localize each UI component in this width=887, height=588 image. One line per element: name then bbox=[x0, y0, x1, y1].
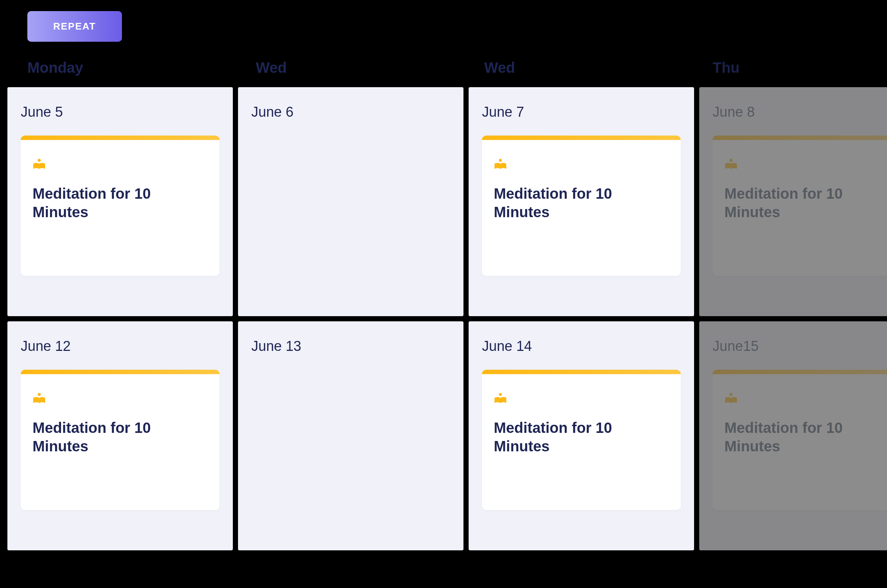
day-cell[interactable]: June 6 bbox=[238, 87, 463, 316]
calendar-header-row: Monday Wed Wed Thu bbox=[8, 60, 879, 76]
day-date: June 14 bbox=[482, 338, 681, 354]
task-accent-bar bbox=[713, 135, 887, 140]
day-cell[interactable]: June15 Meditation for 10 Minutes bbox=[699, 321, 887, 550]
day-date: June 12 bbox=[21, 338, 219, 354]
day-date: June 7 bbox=[482, 104, 681, 120]
day-date: June15 bbox=[713, 338, 887, 354]
calendar-row: June 12 Meditation for 10 Minutes bbox=[8, 321, 879, 550]
repeat-button[interactable]: REPEAT bbox=[27, 11, 122, 42]
day-date: June 5 bbox=[21, 104, 219, 120]
day-header-thu: Thu bbox=[708, 60, 887, 76]
book-icon bbox=[33, 393, 46, 406]
day-date: June 8 bbox=[713, 104, 887, 120]
task-card[interactable]: Meditation for 10 Minutes bbox=[21, 135, 219, 276]
svg-point-1 bbox=[499, 159, 502, 162]
task-title: Meditation for 10 Minutes bbox=[494, 184, 669, 221]
task-title: Meditation for 10 Minutes bbox=[33, 184, 208, 221]
day-cell[interactable]: June 5 Meditation for 10 Minutes bbox=[8, 87, 233, 316]
task-card[interactable]: Meditation for 10 Minutes bbox=[21, 370, 219, 510]
task-card[interactable]: Meditation for 10 Minutes bbox=[482, 135, 681, 276]
svg-point-0 bbox=[38, 159, 41, 162]
task-card[interactable]: Meditation for 10 Minutes bbox=[713, 135, 887, 276]
day-header-wed: Wed bbox=[251, 60, 473, 76]
task-card[interactable]: Meditation for 10 Minutes bbox=[713, 370, 887, 510]
task-accent-bar bbox=[21, 135, 219, 140]
task-title: Meditation for 10 Minutes bbox=[494, 418, 669, 455]
task-accent-bar bbox=[713, 370, 887, 374]
calendar-row: June 5 Meditation for 10 Minutes bbox=[8, 87, 879, 316]
task-title: Meditation for 10 Minutes bbox=[33, 418, 208, 455]
svg-point-5 bbox=[729, 393, 732, 396]
svg-point-4 bbox=[499, 393, 502, 396]
day-cell[interactable]: June 13 bbox=[238, 321, 463, 550]
calendar-grid: June 5 Meditation for 10 Minutes bbox=[8, 87, 879, 550]
book-icon bbox=[725, 159, 738, 172]
day-date: June 6 bbox=[251, 104, 450, 120]
book-icon bbox=[494, 159, 507, 172]
day-cell[interactable]: June 7 Meditation for 10 Minutes bbox=[469, 87, 694, 316]
day-cell[interactable]: June 8 Meditation for 10 Minutes bbox=[699, 87, 887, 316]
book-icon bbox=[494, 393, 507, 406]
task-card[interactable]: Meditation for 10 Minutes bbox=[482, 370, 681, 510]
day-header-wed-2: Wed bbox=[480, 60, 702, 76]
task-accent-bar bbox=[482, 135, 681, 140]
svg-point-2 bbox=[729, 159, 732, 162]
day-cell[interactable]: June 14 Meditation for 10 Minutes bbox=[469, 321, 694, 550]
day-header-monday: Monday bbox=[23, 60, 245, 76]
task-accent-bar bbox=[21, 370, 219, 374]
day-cell[interactable]: June 12 Meditation for 10 Minutes bbox=[8, 321, 233, 550]
book-icon bbox=[33, 159, 46, 172]
task-title: Meditation for 10 Minutes bbox=[725, 184, 887, 221]
day-date: June 13 bbox=[251, 338, 450, 354]
task-accent-bar bbox=[482, 370, 681, 374]
task-title: Meditation for 10 Minutes bbox=[725, 418, 887, 455]
book-icon bbox=[725, 393, 738, 406]
calendar-container: REPEAT Monday Wed Wed Thu June 5 bbox=[0, 0, 887, 550]
svg-point-3 bbox=[38, 393, 41, 396]
